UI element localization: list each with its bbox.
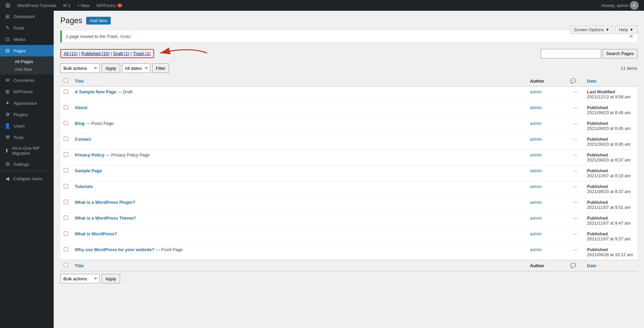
tab-draft[interactable]: Draft (1) xyxy=(113,51,129,56)
page-title-link[interactable]: What is WordPress? xyxy=(75,231,117,236)
date-value: 2021/09/28 at 10:12 am xyxy=(587,252,633,257)
row-checkbox[interactable] xyxy=(64,152,68,157)
author-link[interactable]: admin xyxy=(530,184,542,189)
author-link[interactable]: admin xyxy=(530,121,542,126)
tab-all[interactable]: All (11) xyxy=(64,51,77,56)
tab-trash[interactable]: Trash (1) xyxy=(133,51,151,56)
cell-date: Last Modified2021/12/13 at 9:58 am xyxy=(584,87,637,102)
search-pages-input[interactable] xyxy=(541,49,601,58)
bulk-apply-button[interactable]: Apply xyxy=(102,63,120,73)
comments-dash: — xyxy=(573,231,578,236)
author-link[interactable]: admin xyxy=(530,216,542,221)
author-link[interactable]: admin xyxy=(530,168,542,173)
page-title-link[interactable]: A Sample New Page xyxy=(75,89,116,94)
sidebar-item-media[interactable]: ⊡ Media xyxy=(0,34,54,45)
page-status-label: — Front Page xyxy=(154,247,183,252)
page-status-label: — Privacy Policy Page xyxy=(104,152,150,157)
cell-author: admin xyxy=(527,244,567,260)
wp-logo-icon[interactable]: ⊞ xyxy=(3,2,13,9)
date-filter-select[interactable]: All dates xyxy=(122,63,150,73)
help-button[interactable]: Help ▼ xyxy=(615,26,637,34)
wpforms-icon: ⊞ xyxy=(4,89,11,95)
date-value: 2021/11/07 at 9:51 am xyxy=(587,205,631,210)
sidebar-item-dashboard[interactable]: ⊞ Dashboard xyxy=(0,11,54,22)
tf-date-link[interactable]: Date xyxy=(587,263,596,268)
table-row: Privacy Policy — Privacy Policy PageEdit… xyxy=(60,150,637,166)
sidebar-item-wpforms[interactable]: ⊞ WPForms xyxy=(0,86,54,97)
adminbar-howdy[interactable]: Howdy, admin A xyxy=(599,1,641,10)
row-checkbox[interactable] xyxy=(64,89,68,94)
cell-comments: — xyxy=(567,229,584,244)
row-checkbox[interactable] xyxy=(64,105,68,109)
author-link[interactable]: admin xyxy=(530,137,542,142)
author-link[interactable]: admin xyxy=(530,89,542,94)
page-title-link[interactable]: About xyxy=(75,105,88,110)
avatar: A xyxy=(630,1,639,10)
sidebar-item-users[interactable]: 👤 Users xyxy=(0,120,54,132)
check-all-bottom-checkbox[interactable] xyxy=(64,263,68,267)
bulk-actions-select-bottom[interactable]: Bulk actions Edit Move to Trash xyxy=(60,274,100,283)
author-link[interactable]: admin xyxy=(530,152,542,157)
author-link[interactable]: admin xyxy=(530,200,542,205)
undo-link[interactable]: Undo xyxy=(120,34,130,39)
page-title-link[interactable]: Privacy Policy xyxy=(75,152,104,157)
help-chevron-icon: ▼ xyxy=(629,27,634,32)
author-link[interactable]: admin xyxy=(530,105,542,110)
sidebar-item-allinone[interactable]: ⬆ All-in-One WP Migration xyxy=(0,143,54,158)
bulk-actions-select[interactable]: Bulk actions Edit Move to Trash xyxy=(60,63,100,73)
collapse-icon: ◀ xyxy=(4,176,11,182)
page-title-link[interactable]: Tutorials xyxy=(75,184,93,189)
cell-comments: — xyxy=(567,244,584,260)
tab-published[interactable]: Published (10) xyxy=(82,51,110,56)
add-new-button[interactable]: Add New xyxy=(86,17,111,25)
row-checkbox[interactable] xyxy=(64,247,68,251)
sidebar-item-tools[interactable]: ⚒ Tools xyxy=(0,132,54,143)
sidebar-item-comments[interactable]: ✉ Comments xyxy=(0,75,54,86)
sidebar-sub-all-pages[interactable]: All Pages xyxy=(12,58,54,65)
th-title-link[interactable]: Title xyxy=(75,79,84,84)
sidebar-collapse[interactable]: ◀ Collapse menu xyxy=(0,173,54,184)
search-pages-button[interactable]: Search Pages xyxy=(602,49,637,58)
sidebar-item-plugins[interactable]: ⚙ Plugins xyxy=(0,109,54,120)
author-link[interactable]: admin xyxy=(530,247,542,252)
row-checkbox[interactable] xyxy=(64,231,68,236)
page-title-link[interactable]: Contact xyxy=(75,137,91,142)
cell-date: Published2021/09/23 at 8:45 am xyxy=(584,102,637,118)
notice-close-button[interactable]: ✕ xyxy=(629,33,633,40)
row-checkbox[interactable] xyxy=(64,121,68,125)
row-checkbox[interactable] xyxy=(64,137,68,141)
cell-date: Published2021/09/23 at 8:45 am xyxy=(584,134,637,150)
author-link[interactable]: admin xyxy=(530,231,542,236)
sidebar-item-settings[interactable]: ⚙ Settings xyxy=(0,158,54,170)
screen-options-button[interactable]: Screen Options ▼ xyxy=(570,26,613,34)
cell-date: Published2021/12/07 at 8:10 am xyxy=(584,166,637,181)
cell-title: Why use WordPress for your website? — Fr… xyxy=(71,244,527,260)
row-checkbox[interactable] xyxy=(64,200,68,204)
page-title-link[interactable]: What is a WordPress Plugin? xyxy=(75,200,135,205)
th-date-link[interactable]: Date xyxy=(587,79,596,84)
adminbar-wpforms[interactable]: WPForms 1 xyxy=(94,3,125,8)
sidebar-item-posts[interactable]: ✎ Posts xyxy=(0,22,54,34)
row-checkbox[interactable] xyxy=(64,168,68,173)
adminbar-new[interactable]: + New xyxy=(74,3,92,8)
cell-title: AboutEdit | Quick Edit | Trash | View xyxy=(71,102,527,118)
row-checkbox[interactable] xyxy=(64,216,68,220)
check-all-checkbox[interactable] xyxy=(64,78,68,83)
sidebar-item-pages[interactable]: ⊟ Pages xyxy=(0,45,54,56)
page-title-link[interactable]: Sample Page xyxy=(75,168,102,173)
page-title-link[interactable]: Blog xyxy=(75,121,85,126)
th-title: Title xyxy=(71,76,527,87)
row-checkbox[interactable] xyxy=(64,184,68,188)
sidebar-item-appearance[interactable]: ✦ Appearance xyxy=(0,97,54,109)
filter-button[interactable]: Filter xyxy=(152,63,169,73)
adminbar-site-name[interactable]: WordPress Tutorials xyxy=(14,3,59,8)
tf-date: Date xyxy=(584,260,637,271)
tf-comment-bubble-icon: 💬 xyxy=(570,263,576,268)
tf-title-link[interactable]: Title xyxy=(75,263,84,268)
page-title-link[interactable]: Why use WordPress for your website? xyxy=(75,247,154,252)
bulk-apply-button-bottom[interactable]: Apply xyxy=(102,274,120,283)
cell-title: Blog — Posts PageEdit | Quick Edit | Tra… xyxy=(71,118,527,134)
sidebar-sub-add-new[interactable]: Add New xyxy=(12,65,54,73)
page-title-link[interactable]: What is a WordPress Theme? xyxy=(75,216,136,221)
adminbar-comments[interactable]: ✉ 1 xyxy=(60,3,73,8)
